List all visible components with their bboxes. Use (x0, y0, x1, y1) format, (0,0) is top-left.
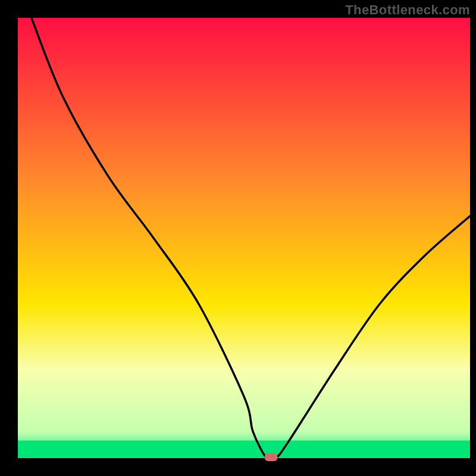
optimal-marker (265, 453, 278, 461)
plot-area (18, 18, 470, 458)
bottleneck-chart (0, 0, 476, 476)
attribution-text: TheBottleneck.com (345, 2, 470, 18)
green-strip (18, 440, 470, 458)
chart-stage: TheBottleneck.com (0, 0, 476, 476)
